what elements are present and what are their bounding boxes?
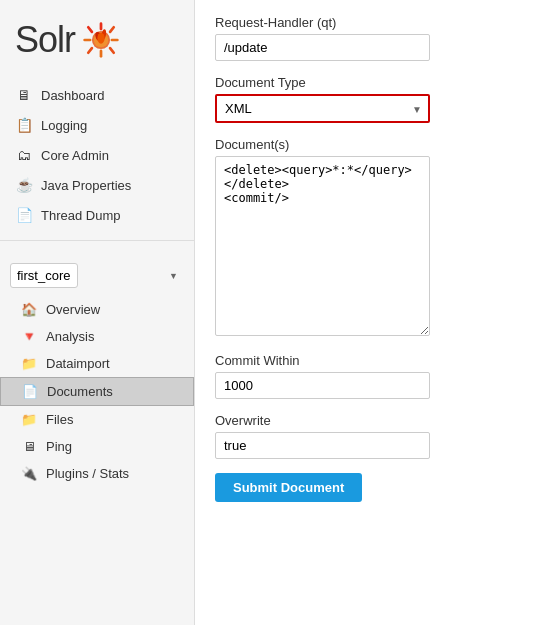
sub-nav-label: Analysis	[46, 329, 94, 344]
sub-nav-label: Documents	[47, 384, 113, 399]
submit-group: Submit Document	[215, 473, 526, 502]
request-handler-input[interactable]	[215, 34, 430, 61]
sidebar-item-files[interactable]: 📁 Files	[0, 406, 194, 433]
sidebar-item-dashboard[interactable]: 🖥 Dashboard	[0, 80, 194, 110]
sidebar-item-label: Logging	[41, 118, 87, 133]
sub-nav: 🏠 Overview 🔻 Analysis 📁 Dataimport 📄 Doc…	[0, 296, 194, 487]
sidebar: Solr 🖥 Dashb	[0, 0, 195, 625]
commit-within-label: Commit Within	[215, 353, 526, 368]
submit-document-button[interactable]: Submit Document	[215, 473, 362, 502]
overview-icon: 🏠	[20, 302, 38, 317]
sidebar-item-overview[interactable]: 🏠 Overview	[0, 296, 194, 323]
documents-label: Document(s)	[215, 137, 526, 152]
overwrite-group: Overwrite	[215, 413, 526, 459]
logging-icon: 📋	[15, 117, 33, 133]
overwrite-input[interactable]	[215, 432, 430, 459]
solr-logo: Solr	[15, 20, 121, 60]
commit-within-input[interactable]	[215, 372, 430, 399]
documents-group: Document(s) <delete><query>*:*</query></…	[215, 137, 526, 339]
core-select[interactable]: first_core	[10, 263, 78, 288]
ping-icon: 🖥	[20, 439, 38, 454]
sub-nav-label: Ping	[46, 439, 72, 454]
sidebar-item-documents[interactable]: 📄 Documents	[0, 377, 194, 406]
core-admin-icon: 🗂	[15, 147, 33, 163]
sidebar-item-dataimport[interactable]: 📁 Dataimport	[0, 350, 194, 377]
sidebar-item-label: Thread Dump	[41, 208, 120, 223]
core-selector: first_core	[10, 263, 184, 288]
svg-line-5	[88, 27, 92, 32]
sidebar-item-label: Core Admin	[41, 148, 109, 163]
solr-logo-text: Solr	[15, 22, 75, 58]
main-nav: 🖥 Dashboard 📋 Logging 🗂 Core Admin ☕ Jav…	[0, 80, 194, 230]
documents-textarea[interactable]: <delete><query>*:*</query></delete> <com…	[215, 156, 430, 336]
sidebar-item-core-admin[interactable]: 🗂 Core Admin	[0, 140, 194, 170]
svg-point-12	[97, 33, 104, 44]
thread-dump-icon: 📄	[15, 207, 33, 223]
sidebar-item-label: Dashboard	[41, 88, 105, 103]
main-content: Request-Handler (qt) Document Type XML J…	[195, 0, 546, 625]
sub-nav-label: Plugins / Stats	[46, 466, 129, 481]
dataimport-icon: 📁	[20, 356, 38, 371]
svg-line-7	[88, 48, 92, 53]
sub-nav-label: Overview	[46, 302, 100, 317]
request-handler-label: Request-Handler (qt)	[215, 15, 526, 30]
svg-line-2	[110, 27, 114, 32]
sidebar-item-thread-dump[interactable]: 📄 Thread Dump	[0, 200, 194, 230]
sidebar-item-logging[interactable]: 📋 Logging	[0, 110, 194, 140]
plugins-icon: 🔌	[20, 466, 38, 481]
svg-line-4	[110, 48, 114, 53]
documents-icon: 📄	[21, 384, 39, 399]
document-type-select-wrapper: XML JSON CSV Solr Commands	[215, 94, 430, 123]
sidebar-item-ping[interactable]: 🖥 Ping	[0, 433, 194, 460]
analysis-icon: 🔻	[20, 329, 38, 344]
sidebar-item-plugins-stats[interactable]: 🔌 Plugins / Stats	[0, 460, 194, 487]
document-type-group: Document Type XML JSON CSV Solr Commands	[215, 75, 526, 123]
sidebar-item-analysis[interactable]: 🔻 Analysis	[0, 323, 194, 350]
document-type-label: Document Type	[215, 75, 526, 90]
request-handler-group: Request-Handler (qt)	[215, 15, 526, 61]
document-type-select[interactable]: XML JSON CSV Solr Commands	[215, 94, 430, 123]
core-select-wrapper: first_core	[10, 263, 184, 288]
files-icon: 📁	[20, 412, 38, 427]
sub-nav-label: Files	[46, 412, 73, 427]
java-icon: ☕	[15, 177, 33, 193]
sub-nav-label: Dataimport	[46, 356, 110, 371]
commit-within-group: Commit Within	[215, 353, 526, 399]
sidebar-item-label: Java Properties	[41, 178, 131, 193]
solr-sun-icon	[81, 20, 121, 60]
nav-divider	[0, 240, 194, 241]
logo-area: Solr	[0, 10, 194, 80]
overwrite-label: Overwrite	[215, 413, 526, 428]
sidebar-item-java-properties[interactable]: ☕ Java Properties	[0, 170, 194, 200]
dashboard-icon: 🖥	[15, 87, 33, 103]
